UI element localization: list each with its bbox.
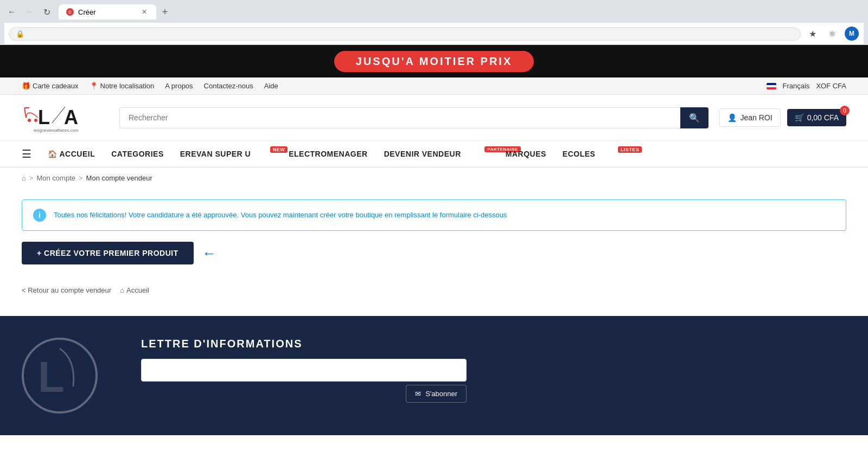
footer-logo-area: L bbox=[22, 338, 98, 414]
page-footer: L LETTRE D'INFORMATIONS ✉ S'abonner bbox=[0, 316, 868, 435]
bookmark-button[interactable]: ★ bbox=[805, 26, 820, 41]
main-content: i Toutes nos félicitations! Votre candid… bbox=[0, 189, 868, 316]
cta-area: + CRÉEZ VOTRE PREMIER PRODUIT ← bbox=[22, 242, 846, 264]
user-icon: 👤 bbox=[727, 113, 737, 122]
back-links: < Retour au compte vendeur ⌂ Accueil bbox=[22, 281, 846, 294]
nav-electromenager-label: ELECTROMENAGER bbox=[289, 150, 367, 158]
newsletter-area: LETTRE D'INFORMATIONS ✉ S'abonner bbox=[141, 338, 846, 403]
secure-icon: 🔒 bbox=[16, 30, 24, 38]
reload-button[interactable]: ↻ bbox=[39, 4, 54, 20]
active-tab[interactable]: C Créer ✕ bbox=[59, 4, 156, 20]
back-home-link[interactable]: ⌂ Accueil bbox=[120, 286, 149, 294]
nav-item-categories[interactable]: CATEGORIES bbox=[111, 142, 164, 166]
nav-devenir-vendeur-label: DEVENIR VENDEUR bbox=[384, 150, 461, 158]
forward-button[interactable]: → bbox=[22, 4, 37, 20]
cart-badge: 0 bbox=[840, 106, 850, 115]
info-alert: i Toutes nos félicitations! Votre candid… bbox=[22, 199, 846, 231]
logo-area[interactable]: L A lesgrandesaffaires.com bbox=[22, 101, 108, 134]
language-selector[interactable]: Français bbox=[783, 82, 810, 90]
flag-icon bbox=[767, 83, 776, 89]
subscribe-button[interactable]: ✉ S'abonner bbox=[406, 385, 467, 403]
tab-close-button[interactable]: ✕ bbox=[140, 8, 149, 16]
home-icon: 🏠 bbox=[48, 150, 58, 158]
search-area: 🔍 bbox=[119, 107, 709, 128]
cart-button[interactable]: 0 🛒 0,00 CFA bbox=[787, 109, 846, 126]
utility-left: 🎁 Carte cadeaux 📍 Notre localisation A p… bbox=[22, 82, 278, 90]
nav-item-accueil[interactable]: 🏠 ACCUEIL bbox=[48, 142, 95, 166]
info-icon-letter: i bbox=[39, 211, 41, 219]
back-home-icon: ⌂ bbox=[120, 286, 124, 294]
nav-item-ecoles[interactable]: ECOLES LISTES bbox=[563, 142, 620, 166]
nav-marques-label: MARQUES bbox=[506, 150, 546, 158]
svg-text:A: A bbox=[64, 106, 78, 128]
newsletter-email-input[interactable] bbox=[141, 359, 467, 382]
location-label: Notre localisation bbox=[100, 82, 155, 90]
address-bar[interactable]: 🔒 lesgrandesaffaires.com/fr/seller-creat… bbox=[9, 27, 801, 41]
user-account-button[interactable]: 👤 Jean ROI bbox=[719, 108, 780, 127]
currency-selector[interactable]: XOF CFA bbox=[816, 82, 846, 90]
breadcrumb-separator-1: > bbox=[29, 174, 34, 182]
alert-message: Toutes nos félicitations! Votre candidat… bbox=[54, 210, 507, 221]
nav-item-electromenager[interactable]: ELECTROMENAGER bbox=[289, 142, 367, 166]
nav-ecoles-label: ECOLES bbox=[563, 150, 596, 158]
site-logo: L A lesgrandesaffaires.com bbox=[22, 101, 108, 134]
nav-badge-new: NEW bbox=[270, 146, 288, 153]
breadcrumb-current-page: Mon compte vendeur bbox=[86, 174, 152, 182]
hamburger-menu-button[interactable]: ☰ bbox=[22, 141, 31, 167]
back-to-vendor-link[interactable]: < Retour au compte vendeur bbox=[22, 286, 111, 294]
browser-chrome: ← → ↻ C Créer ✕ + 🔒 lesgrandesaffaires.c… bbox=[0, 0, 868, 45]
svg-text:L: L bbox=[38, 106, 50, 128]
location-icon: 📍 bbox=[90, 82, 98, 90]
utility-location[interactable]: 📍 Notre localisation bbox=[90, 82, 155, 90]
tab-favicon: C bbox=[66, 8, 74, 16]
create-product-button[interactable]: + CRÉEZ VOTRE PREMIER PRODUIT bbox=[22, 242, 194, 264]
nav-item-marques[interactable]: MARQUES bbox=[506, 142, 546, 166]
tab-title: Créer bbox=[78, 8, 96, 16]
nav-item-erevan[interactable]: EREVAN SUPER U NEW bbox=[180, 142, 272, 166]
utility-help[interactable]: Aide bbox=[264, 82, 278, 90]
nav-badge-listes: LISTES bbox=[618, 146, 642, 153]
help-label: Aide bbox=[264, 82, 278, 90]
tab-bar: C Créer ✕ + bbox=[59, 4, 173, 20]
breadcrumb-mon-compte[interactable]: Mon compte bbox=[36, 174, 75, 182]
footer-logo-svg: L bbox=[27, 343, 92, 408]
svg-text:lesgrandesaffaires.com: lesgrandesaffaires.com bbox=[34, 128, 79, 133]
search-button[interactable]: 🔍 bbox=[680, 107, 709, 128]
breadcrumb: ⌂ > Mon compte > Mon compte vendeur bbox=[0, 167, 868, 189]
nav-item-devenir-vendeur[interactable]: DEVENIR VENDEUR PARTENAIRE bbox=[384, 142, 489, 166]
svg-point-3 bbox=[34, 119, 37, 122]
extensions-button[interactable]: ⚛ bbox=[825, 26, 840, 41]
utility-contact[interactable]: Contactez-nous bbox=[204, 82, 253, 90]
utility-about[interactable]: A propos bbox=[165, 82, 193, 90]
back-home-label: Accueil bbox=[126, 286, 149, 294]
back-vendor-label: < Retour au compte vendeur bbox=[22, 286, 111, 294]
url-input[interactable]: lesgrandesaffaires.com/fr/seller-create-… bbox=[29, 30, 794, 38]
page-wrapper: JUSQU'A MOITIER PRIX 🎁 Carte cadeaux 📍 N… bbox=[0, 45, 868, 435]
top-banner: JUSQU'A MOITIER PRIX bbox=[0, 45, 868, 78]
contact-label: Contactez-nous bbox=[204, 82, 253, 90]
info-icon: i bbox=[33, 209, 46, 222]
new-tab-button[interactable]: + bbox=[157, 4, 173, 20]
main-header: L A lesgrandesaffaires.com 🔍 👤 Jean ROI … bbox=[0, 95, 868, 141]
browser-titlebar: ← → ↻ C Créer ✕ + bbox=[4, 4, 864, 20]
svg-line-6 bbox=[52, 107, 65, 123]
user-name: Jean ROI bbox=[740, 113, 772, 122]
browser-toolbar: 🔒 lesgrandesaffaires.com/fr/seller-creat… bbox=[4, 23, 864, 45]
breadcrumb-home-icon[interactable]: ⌂ bbox=[22, 174, 26, 182]
utility-right: Français XOF CFA bbox=[767, 82, 846, 90]
profile-button[interactable]: M bbox=[844, 26, 859, 41]
profile-avatar: M bbox=[845, 27, 859, 41]
svg-line-1 bbox=[24, 108, 26, 118]
search-input[interactable] bbox=[119, 107, 680, 128]
utility-gift-card[interactable]: 🎁 Carte cadeaux bbox=[22, 82, 79, 90]
svg-text:L: L bbox=[38, 353, 65, 401]
header-right: 👤 Jean ROI 0 🛒 0,00 CFA bbox=[719, 108, 846, 127]
create-product-label: + CRÉEZ VOTRE PREMIER PRODUIT bbox=[37, 249, 178, 257]
utility-bar: 🎁 Carte cadeaux 📍 Notre localisation A p… bbox=[0, 78, 868, 95]
subscribe-label: S'abonner bbox=[425, 390, 457, 398]
nav-accueil-label: ACCUEIL bbox=[60, 150, 95, 158]
cart-total: 0,00 CFA bbox=[807, 113, 839, 122]
back-button[interactable]: ← bbox=[4, 4, 20, 20]
browser-controls: ← → ↻ bbox=[4, 4, 54, 20]
gift-card-label: Carte cadeaux bbox=[33, 82, 79, 90]
